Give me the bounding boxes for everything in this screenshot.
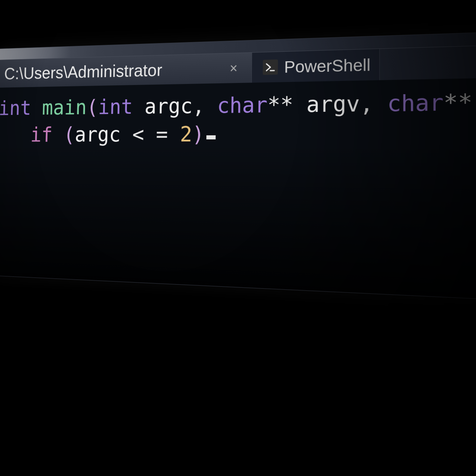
powershell-icon [263, 60, 278, 75]
code-line-2: if (argc < = 2) [0, 117, 476, 149]
keyword-control: if [30, 123, 53, 146]
code-line-1: int main(int argc, char** argv, char** e [0, 85, 476, 122]
identifier: argc [74, 122, 121, 147]
keyword-type: char [387, 89, 444, 117]
number-literal: 2 [180, 122, 192, 147]
identifier: argv [306, 91, 360, 117]
terminal-content[interactable]: int main(int argc, char** argv, char** e… [0, 76, 476, 304]
keyword-type: int [98, 95, 133, 119]
operator: ** [443, 89, 472, 116]
identifier: argc [144, 94, 193, 118]
terminal-window: C:\Users\Administrator × PowerShell int … [0, 29, 476, 304]
tab-title: PowerShell [284, 55, 370, 76]
tab-title: C:\Users\Administrator [4, 60, 163, 83]
tab-powershell[interactable]: PowerShell [252, 49, 380, 83]
keyword-type: char [217, 92, 268, 118]
operator: ** [267, 92, 293, 117]
operator: < = [132, 122, 168, 147]
close-icon[interactable]: × [224, 60, 244, 76]
keyword-type: int [0, 96, 31, 120]
text-cursor [206, 135, 216, 139]
function-name: main [42, 95, 87, 119]
